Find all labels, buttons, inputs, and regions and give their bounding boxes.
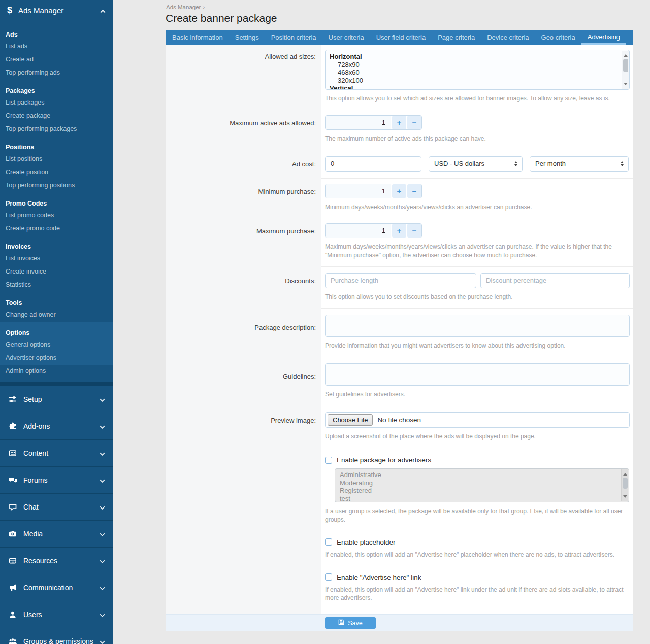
tab-user-criteria[interactable]: User criteria [322, 30, 370, 45]
increment-button[interactable]: + [392, 224, 406, 238]
field-label-empty [166, 531, 321, 566]
scrollbar[interactable] [621, 469, 628, 501]
enable-package-checkbox[interactable] [325, 457, 332, 464]
sidebar-item-users[interactable]: Users [0, 601, 113, 628]
checkbox-label[interactable]: Enable package for advertisers [337, 456, 431, 464]
tab-user-field-criteria[interactable]: User field criteria [370, 30, 432, 45]
scroll-up-icon[interactable] [624, 52, 628, 57]
sidebar-item[interactable]: Admin options [0, 365, 113, 378]
field-label: Allowed ad sizes: [166, 45, 321, 110]
tab-page-criteria[interactable]: Page criteria [432, 30, 481, 45]
sidebar-item[interactable]: Create position [0, 166, 113, 179]
listbox-option[interactable]: Moderating [340, 479, 619, 487]
scroll-thumb[interactable] [623, 59, 628, 72]
chevron-up-icon[interactable] [100, 6, 106, 15]
decrement-button[interactable]: − [407, 116, 421, 129]
bullhorn-icon [8, 584, 18, 592]
sidebar-item[interactable]: Top performing ads [0, 66, 113, 80]
sidebar-item[interactable]: Advertiser options [0, 352, 113, 365]
sidebar-item[interactable]: Change ad owner [0, 309, 113, 322]
archive-icon [8, 557, 18, 565]
checkbox-label[interactable]: Enable "Advertise here" link [337, 573, 421, 581]
save-button[interactable]: Save [325, 617, 376, 629]
field-label-empty [166, 448, 321, 531]
decrement-button[interactable]: − [407, 224, 421, 238]
sidebar-item[interactable]: List packages [0, 96, 113, 110]
sidebar-item[interactable]: List promo codes [0, 209, 113, 222]
preview-image-file-input[interactable]: Choose File No file chosen [325, 412, 630, 428]
period-select[interactable]: Per month [530, 156, 629, 172]
sidebar-item-communication[interactable]: Communication [0, 574, 113, 601]
scroll-up-icon[interactable] [623, 471, 627, 476]
listbox-option[interactable]: 320x100 [330, 77, 619, 85]
sidebar-item[interactable]: Top performing packages [0, 123, 113, 136]
listbox-option[interactable]: 468x60 [330, 69, 619, 77]
row-allowed-ad-sizes: Allowed ad sizes: Horizontal 728x90 468x… [166, 45, 633, 110]
sidebar-item[interactable]: Statistics [0, 279, 113, 292]
enable-placeholder-checkbox[interactable] [325, 538, 332, 546]
sidebar-item[interactable]: Create package [0, 110, 113, 123]
row-discounts: Discounts: This option allows you to set… [166, 267, 633, 309]
sidebar-item[interactable]: Create invoice [0, 265, 113, 279]
breadcrumb-link[interactable]: Ads Manager [166, 4, 201, 10]
increment-button[interactable]: + [392, 116, 406, 129]
sidebar-item-forums[interactable]: Forums [0, 467, 113, 494]
sidebar-item[interactable]: Create ad [0, 53, 113, 66]
package-description-textarea[interactable] [325, 315, 630, 337]
sidebar-item-content[interactable]: Content [0, 440, 113, 467]
currency-select[interactable]: USD - US dollars [429, 156, 523, 172]
scroll-down-icon[interactable] [624, 83, 628, 87]
user-icon [8, 611, 18, 619]
scroll-down-icon[interactable] [623, 495, 627, 500]
max-active-ads-input[interactable] [326, 116, 391, 129]
ad-sizes-listbox[interactable]: Horizontal 728x90 468x60 320x100 Vertica… [325, 50, 630, 90]
scrollbar[interactable] [622, 51, 629, 89]
checkbox-label[interactable]: Enable placeholder [337, 538, 396, 546]
accordion-label: Communication [23, 584, 73, 592]
listbox-option[interactable]: 728x90 [330, 61, 619, 69]
increment-button[interactable]: + [392, 184, 406, 198]
discount-percentage-input[interactable] [480, 273, 630, 288]
form-advertising: Allowed ad sizes: Horizontal 728x90 468x… [166, 45, 633, 614]
sidebar-item-media[interactable]: Media [0, 521, 113, 548]
purchase-length-input[interactable] [325, 273, 476, 288]
listbox-option[interactable]: test [340, 495, 619, 503]
camera-icon [8, 530, 18, 538]
sidebar-menu: Ads List adsCreate adTop performing ads … [0, 20, 113, 382]
min-purchase-input[interactable] [326, 184, 391, 198]
sidebar-item[interactable]: Top performing positions [0, 179, 113, 192]
sidebar-item-resources[interactable]: Resources [0, 548, 113, 574]
sidebar-item[interactable]: List invoices [0, 252, 113, 265]
listbox-option[interactable]: Registered [340, 487, 619, 495]
sidebar-item-chat[interactable]: Chat [0, 494, 113, 521]
row-enable-advertise-link: Enable "Advertise here" link If enabled,… [166, 566, 633, 610]
row-package-description: Package description: Provide information… [166, 309, 633, 357]
breadcrumb: Ads Manager› [166, 4, 205, 10]
listbox-option[interactable]: Administrative [340, 471, 619, 479]
choose-file-button[interactable]: Choose File [328, 414, 373, 426]
page-title: Create banner package [166, 12, 277, 24]
tab-advertising[interactable]: Advertising [581, 30, 626, 45]
sidebar-header-ads-manager[interactable]: $ Ads Manager [0, 0, 113, 20]
decrement-button[interactable]: − [407, 184, 421, 198]
tab-basic-information[interactable]: Basic information [166, 30, 229, 45]
row-min-purchase: Minimum purchase: + − Minimum days/weeks… [166, 179, 633, 219]
sidebar-item[interactable]: List positions [0, 153, 113, 166]
sidebar-divider [0, 382, 113, 386]
max-purchase-input[interactable] [326, 224, 391, 238]
sidebar-item[interactable]: General options [0, 338, 113, 352]
enable-advertise-link-checkbox[interactable] [325, 573, 332, 581]
tab-position-criteria[interactable]: Position criteria [265, 30, 322, 45]
guidelines-textarea[interactable] [325, 363, 630, 386]
tab-settings[interactable]: Settings [229, 30, 265, 45]
tab-geo-criteria[interactable]: Geo criteria [535, 30, 581, 45]
sidebar-item[interactable]: List ads [0, 40, 113, 53]
scroll-thumb[interactable] [623, 478, 628, 488]
sidebar-item[interactable]: Create promo code [0, 222, 113, 235]
user-groups-listbox[interactable]: AdministrativeModeratingRegisteredtestUn… [335, 468, 629, 502]
ad-cost-input[interactable] [325, 156, 421, 172]
sidebar-item-setup[interactable]: Setup [0, 386, 113, 413]
sidebar-item-addons[interactable]: Add-ons [0, 413, 113, 440]
sidebar-item-groups-permissions[interactable]: Groups & permissions [0, 628, 113, 644]
tab-device-criteria[interactable]: Device criteria [481, 30, 535, 45]
